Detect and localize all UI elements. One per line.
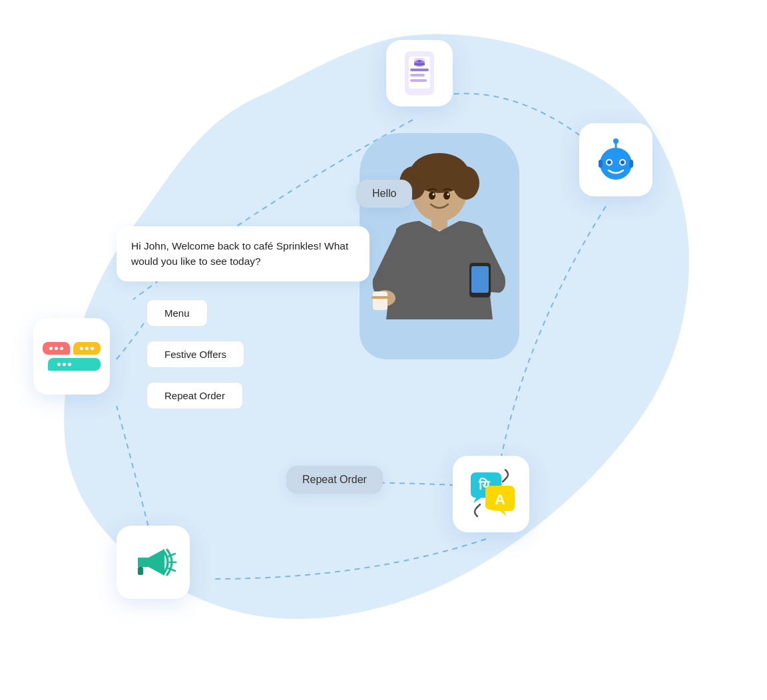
welcome-bubble: Hi John, Welcome back to café Sprinkles!… (117, 226, 370, 281)
festive-offers-button[interactable]: Festive Offers (146, 341, 244, 368)
svg-text:A: A (495, 491, 505, 508)
svg-rect-6 (471, 266, 489, 293)
welcome-text: Hi John, Welcome back to café Sprinkles!… (131, 240, 348, 267)
chat-icon-card (33, 318, 110, 395)
svg-point-28 (607, 160, 611, 164)
hello-bubble: Hello (356, 180, 412, 208)
svg-rect-34 (138, 567, 143, 575)
festive-offers-label: Festive Offers (164, 349, 226, 360)
translate-icon-card: यि A (453, 456, 529, 532)
svg-rect-17 (410, 74, 425, 77)
svg-rect-16 (410, 69, 429, 71)
svg-point-11 (443, 192, 450, 200)
svg-point-25 (613, 138, 619, 144)
hello-text: Hello (372, 188, 396, 199)
person-area (360, 133, 519, 359)
repeat-order-button[interactable]: Repeat Order (146, 382, 243, 409)
svg-point-22 (418, 60, 421, 63)
svg-rect-8 (373, 291, 387, 310)
megaphone-icon-card (117, 526, 190, 599)
menu-icon-card (386, 40, 453, 106)
svg-rect-21 (414, 63, 425, 65)
svg-point-13 (447, 194, 449, 196)
repeat-order-label: Repeat Order (164, 390, 225, 401)
menu-label: Menu (164, 307, 190, 319)
svg-rect-9 (372, 296, 389, 299)
svg-rect-31 (629, 160, 633, 168)
svg-point-23 (600, 148, 632, 180)
repeat-order-bubble: Repeat Order (286, 466, 383, 494)
repeat-order-text: Repeat Order (302, 474, 367, 485)
svg-point-10 (429, 192, 435, 200)
bot-icon-card (579, 123, 652, 196)
main-scene: यि A Hello (0, 0, 767, 700)
svg-point-3 (453, 166, 479, 200)
svg-rect-4 (431, 218, 447, 230)
svg-rect-18 (410, 79, 427, 82)
svg-point-29 (621, 160, 625, 164)
svg-point-12 (433, 194, 435, 196)
menu-button[interactable]: Menu (146, 299, 208, 327)
svg-rect-30 (599, 160, 603, 168)
